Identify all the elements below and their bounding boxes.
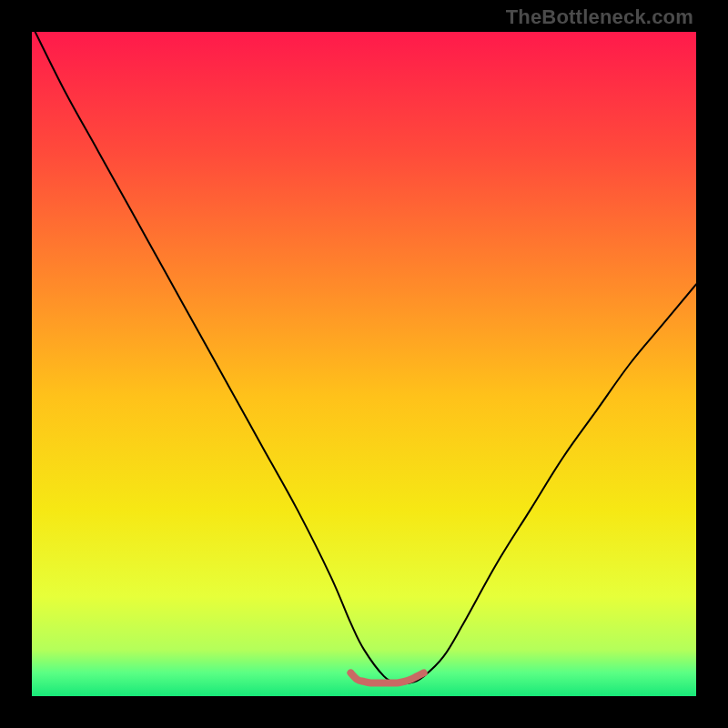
optimal-marker-path [350, 672, 423, 682]
chart-frame: TheBottleneck.com [0, 0, 728, 728]
curve-layer [32, 32, 696, 696]
watermark-text: TheBottleneck.com [506, 5, 693, 29]
plot-area [32, 32, 696, 696]
bottleneck-curve-path [35, 32, 696, 683]
